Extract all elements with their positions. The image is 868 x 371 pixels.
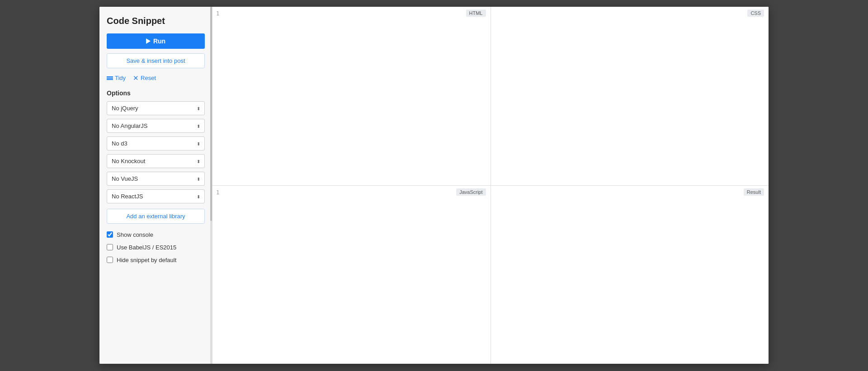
html-panel-label: HTML [466, 9, 486, 17]
tidy-label: Tidy [115, 75, 126, 81]
show-console-row: Show console [107, 231, 205, 239]
jquery-select[interactable]: No jQuery jQuery 1.x jQuery 2.x jQuery 3… [107, 101, 205, 115]
css-editor[interactable] [491, 7, 769, 185]
hide-snippet-checkbox[interactable] [107, 257, 113, 263]
reset-button[interactable]: ✕ Reset [133, 75, 156, 81]
angular-select-wrapper: No AngularJS AngularJS 1.x ⬍ [107, 119, 205, 133]
hide-snippet-label[interactable]: Hide snippet by default [117, 256, 176, 264]
d3-select[interactable]: No d3 d3 v3 d3 v4 d3 v5 [107, 136, 205, 150]
result-panel: Result [491, 186, 769, 364]
html-editor[interactable] [212, 7, 491, 185]
external-library-label: Add an external library [126, 213, 185, 220]
knockout-select-wrapper: No Knockout Knockout 3.x ⬍ [107, 154, 205, 168]
js-panel: 1 JavaScript [212, 186, 491, 364]
bottom-panels: 1 JavaScript Result [212, 186, 769, 364]
result-area [491, 186, 769, 364]
sidebar-scrollbar[interactable] [210, 7, 212, 364]
backdrop: Code Snippet Run Save & insert into post… [0, 0, 868, 371]
tidy-reset-row: Tidy ✕ Reset [107, 75, 205, 81]
vuejs-select-wrapper: No VueJS Vue 2.x Vue 3.x ⬍ [107, 172, 205, 186]
save-button[interactable]: Save & insert into post [107, 53, 205, 68]
show-console-checkbox[interactable] [107, 231, 113, 238]
sidebar-title: Code Snippet [107, 16, 205, 26]
js-line-number: 1 [216, 189, 219, 196]
vuejs-select[interactable]: No VueJS Vue 2.x Vue 3.x [107, 172, 205, 186]
reactjs-select[interactable]: No ReactJS React 16.x React 17.x [107, 189, 205, 203]
hide-snippet-row: Hide snippet by default [107, 256, 205, 264]
show-console-label[interactable]: Show console [117, 231, 153, 239]
run-label: Run [153, 38, 165, 45]
tidy-button[interactable]: Tidy [107, 75, 126, 81]
run-button[interactable]: Run [107, 33, 205, 49]
use-babel-checkbox[interactable] [107, 244, 113, 250]
use-babel-label[interactable]: Use BabelJS / ES2015 [117, 244, 176, 252]
js-panel-label: JavaScript [456, 188, 486, 196]
modal: Code Snippet Run Save & insert into post… [99, 7, 769, 364]
angular-select[interactable]: No AngularJS AngularJS 1.x [107, 119, 205, 133]
html-panel: 1 HTML [212, 7, 491, 185]
tidy-icon [107, 75, 113, 81]
css-panel: CSS [491, 7, 769, 185]
x-icon: ✕ [133, 75, 139, 81]
sidebar: Code Snippet Run Save & insert into post… [99, 7, 212, 364]
d3-select-wrapper: No d3 d3 v3 d3 v4 d3 v5 ⬍ [107, 136, 205, 150]
options-label: Options [107, 89, 205, 97]
result-panel-label: Result [744, 188, 764, 196]
save-label: Save & insert into post [126, 57, 185, 64]
sidebar-scrollbar-thumb [210, 7, 212, 221]
knockout-select[interactable]: No Knockout Knockout 3.x [107, 154, 205, 168]
html-line-number: 1 [216, 10, 219, 17]
top-panels: 1 HTML CSS [212, 7, 769, 186]
use-babel-row: Use BabelJS / ES2015 [107, 244, 205, 252]
reactjs-select-wrapper: No ReactJS React 16.x React 17.x ⬍ [107, 189, 205, 203]
jquery-select-wrapper: No jQuery jQuery 1.x jQuery 2.x jQuery 3… [107, 101, 205, 115]
play-icon [146, 38, 151, 44]
reset-label: Reset [141, 75, 156, 81]
css-panel-label: CSS [747, 9, 764, 17]
code-area: 1 HTML CSS 1 JavaScript [212, 7, 769, 364]
external-library-button[interactable]: Add an external library [107, 209, 205, 224]
js-editor[interactable] [212, 186, 491, 364]
